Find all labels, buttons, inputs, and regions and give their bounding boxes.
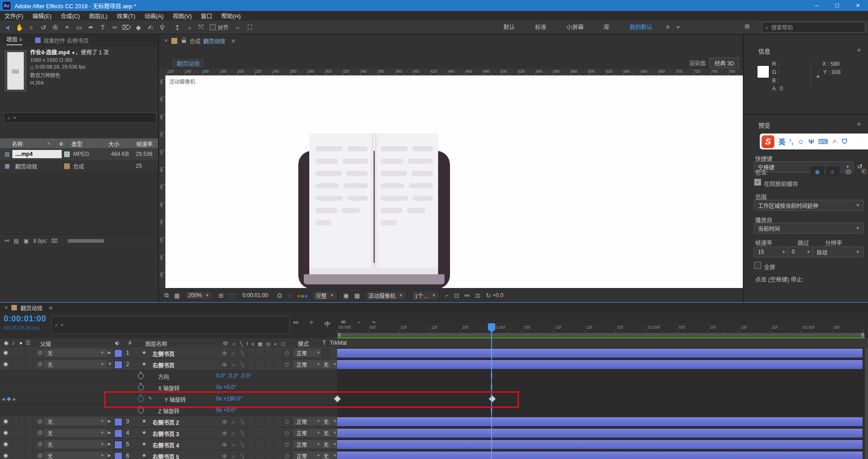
parent-pickwhip-icon[interactable]: @ bbox=[37, 361, 42, 367]
stopwatch-icon[interactable] bbox=[138, 407, 144, 413]
chevron-down-icon[interactable]: ▼ bbox=[71, 51, 75, 55]
work-area-start-handle[interactable] bbox=[338, 333, 341, 337]
row-outline[interactable]: ◉@无▼▶4★右侧书页 3中☼╲⬡正常▼无▼ bbox=[0, 427, 337, 439]
switch-cell[interactable] bbox=[256, 452, 265, 459]
workspace-tab-小屏幕[interactable]: 小屏幕 bbox=[556, 22, 594, 31]
world-axis-mode-icon[interactable]: ⟓ bbox=[183, 23, 195, 31]
row-outline[interactable]: ◉@无▼▼2★右侧书页中☼╲⬡正常▼无▼ bbox=[0, 359, 337, 370]
layer-color-chip[interactable] bbox=[114, 429, 122, 438]
flowchart-view-icon[interactable]: ⚯ bbox=[465, 292, 470, 299]
switch-cell[interactable] bbox=[247, 349, 256, 357]
clone-stamp-tool-icon[interactable]: ⌦ bbox=[121, 24, 132, 31]
switch-cell[interactable] bbox=[247, 440, 256, 448]
layer-duration-bar[interactable] bbox=[337, 349, 863, 358]
parent-pickwhip-icon[interactable]: @ bbox=[37, 453, 42, 458]
row-outline[interactable]: 方向0.0° ,0.0° ,0.0° bbox=[0, 370, 337, 382]
timeline-column-header[interactable]: ◉ ♪ ● ⚿ 父级 ⬖ # 图层名称 中☼╲fx▦◎◐⬡ 模式 T TrkMa… bbox=[0, 338, 868, 348]
switch-cell[interactable]: ╲ bbox=[238, 440, 247, 448]
switch-cell[interactable] bbox=[256, 429, 265, 437]
vertical-ruler[interactable]: 1401601802002202402602803003203403603804… bbox=[159, 75, 166, 288]
renderer-value[interactable]: 经典 3D bbox=[709, 58, 739, 68]
layer-switches[interactable]: 中☼╲⬡ bbox=[220, 417, 291, 426]
project-item-row[interactable]: ▦翻页动效合成25 bbox=[0, 160, 158, 172]
layer-duration-bar[interactable] bbox=[337, 417, 863, 426]
timeline-search-box[interactable]: ⌕▾ bbox=[51, 316, 290, 334]
menu-文件(F)[interactable]: 文件(F) bbox=[0, 11, 28, 20]
range-dropdown[interactable]: 工作区域按当前时间延伸▼ bbox=[754, 200, 863, 211]
switch-cell[interactable]: 中 bbox=[220, 429, 229, 437]
label-color-swatch[interactable] bbox=[64, 151, 70, 158]
renderer-control[interactable]: 渲染器: 经典 3D bbox=[689, 58, 739, 68]
layer-color-chip[interactable] bbox=[114, 349, 122, 358]
viewer-comp-tab[interactable]: 翻页动效 bbox=[171, 58, 206, 69]
share-icon[interactable]: ⎗ bbox=[857, 166, 868, 176]
panel-menu-icon[interactable]: ≡ bbox=[49, 304, 53, 311]
eye-icon[interactable]: ◉ bbox=[3, 361, 8, 367]
selection-tool-icon[interactable]: ➤ bbox=[1, 20, 14, 34]
layer-switches[interactable]: 中☼╲⬡ bbox=[220, 349, 291, 357]
parent-dropdown[interactable]: 无▼ bbox=[44, 417, 107, 425]
folder-icon[interactable]: ▤ bbox=[14, 238, 19, 244]
expander-arrow[interactable]: ▼ bbox=[108, 362, 112, 366]
switch-cell[interactable]: 中 bbox=[220, 360, 229, 368]
mode-dropdown[interactable]: 正常▼ bbox=[293, 440, 322, 448]
snapshot-layers-icon[interactable]: ⧉ bbox=[164, 292, 169, 299]
parent-pickwhip-icon[interactable]: @ bbox=[37, 441, 42, 447]
vertical-scrollbar[interactable] bbox=[865, 347, 868, 459]
switch-cell[interactable] bbox=[256, 360, 265, 368]
timeline-jump-icon[interactable]: ⊡ bbox=[454, 292, 459, 299]
help-search-box[interactable]: ⌕ 搜索帮助 bbox=[762, 22, 865, 32]
layer-color-chip[interactable] bbox=[114, 441, 122, 449]
switch-cell[interactable] bbox=[274, 349, 283, 357]
switch-cell[interactable]: 中 bbox=[220, 440, 229, 448]
preview-time[interactable]: 0:00:01:00 bbox=[239, 291, 271, 299]
property-row[interactable]: 方向0.0° ,0.0° ,0.0°I bbox=[0, 370, 868, 382]
tab-effect-controls[interactable]: 效果控件 右侧书页 bbox=[43, 37, 89, 44]
keyframe-navigator[interactable]: ◀◆▶ bbox=[2, 395, 18, 402]
trash-icon[interactable]: ⌧ bbox=[51, 238, 58, 244]
menu-图层(L)[interactable]: 图层(L) bbox=[85, 11, 112, 20]
property-name[interactable]: 方向 bbox=[158, 373, 169, 380]
roto-brush-tool-icon[interactable]: ✍ bbox=[144, 24, 156, 31]
include-video-icon[interactable]: ◉ bbox=[810, 166, 824, 176]
row-track[interactable]: I bbox=[337, 370, 865, 382]
property-value[interactable]: 0x +0.0° bbox=[216, 384, 237, 390]
parent-dropdown[interactable]: 无▼ bbox=[44, 452, 107, 459]
switch-cell[interactable] bbox=[274, 417, 283, 426]
show-snapshot-icon[interactable]: ◌ bbox=[288, 292, 291, 299]
bit-depth-label[interactable]: 8 bpc bbox=[33, 238, 47, 244]
camera-tool-icon[interactable]: ✇ bbox=[49, 24, 61, 31]
view-layout-dropdown[interactable]: 1个…▼ bbox=[411, 290, 440, 301]
switch-cell[interactable]: ⬡ bbox=[283, 429, 292, 437]
shape-tool-icon[interactable]: ▭ bbox=[73, 24, 85, 31]
switch-cell[interactable]: ☼ bbox=[229, 417, 238, 426]
row-track[interactable] bbox=[337, 439, 865, 450]
switch-cell[interactable] bbox=[274, 440, 283, 448]
layer-name[interactable]: 左侧书页 bbox=[153, 350, 175, 358]
layer-row[interactable]: ◉@无▼▶1★左侧书页中☼╲⬡正常▼ bbox=[0, 347, 868, 359]
comp-tab-name[interactable]: 翻页动效 bbox=[203, 37, 225, 45]
mic-icon[interactable]: Ψ bbox=[809, 138, 814, 145]
include-audio-icon[interactable]: ♬ bbox=[826, 166, 840, 176]
trkmat-dropdown[interactable]: 无▼ bbox=[321, 417, 339, 425]
view-axis-mode-icon[interactable]: ⤲ bbox=[195, 23, 207, 31]
row-track[interactable] bbox=[337, 359, 865, 370]
menu-动画(A)[interactable]: 动画(A) bbox=[140, 11, 168, 20]
switch-cell[interactable]: ╲ bbox=[238, 349, 247, 357]
row-outline[interactable]: ◉@无▼▶3★右侧书页 2中☼╲⬡正常▼无▼ bbox=[0, 416, 337, 427]
parent-pickwhip-icon[interactable]: @ bbox=[37, 430, 42, 435]
property-name[interactable]: Z 轴旋转 bbox=[158, 407, 180, 415]
exposure-value[interactable]: +0.0 bbox=[492, 292, 503, 299]
expander-arrow[interactable]: ▶ bbox=[108, 350, 111, 355]
switch-cell[interactable] bbox=[247, 360, 256, 368]
workspace-panel-icon[interactable]: ⊞ bbox=[745, 23, 750, 30]
property-name[interactable]: X 轴旋转 bbox=[158, 384, 180, 392]
cache-checkbox[interactable]: ✓ bbox=[754, 179, 761, 186]
eye-icon[interactable]: ◉ bbox=[3, 452, 8, 459]
exposure-icon[interactable]: ↻ bbox=[486, 292, 491, 299]
grid-options-icon[interactable]: ⛶ bbox=[244, 23, 256, 31]
layer-name[interactable]: 右侧书页 3 bbox=[153, 430, 179, 438]
layer-duration-bar[interactable] bbox=[337, 452, 863, 459]
channel-icon[interactable]: ▦ bbox=[174, 292, 180, 299]
ime-language-toggle[interactable]: 英 bbox=[778, 137, 785, 146]
